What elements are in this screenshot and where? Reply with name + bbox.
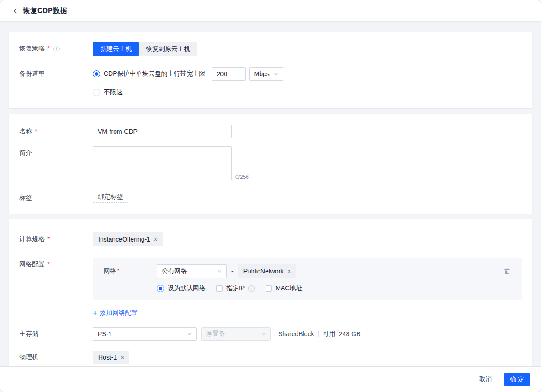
network-tag: PublicNetwork ×	[238, 264, 297, 278]
required-mark: *	[47, 45, 50, 52]
primary-storage-label-text: 主存储	[19, 330, 38, 338]
info-icon[interactable]	[53, 46, 60, 52]
primary-storage-row: 主存储 PS-1 厚置备 SharedBlock | 可用	[19, 327, 522, 341]
info-icon[interactable]	[248, 285, 255, 292]
mac-label: MAC地址	[275, 284, 302, 292]
divider: |	[317, 330, 319, 337]
primary-storage-value: PS-1	[98, 330, 112, 337]
network-label-text: 网络	[104, 267, 116, 274]
tag-row: 标签 绑定标签	[19, 191, 522, 203]
mac-option: MAC地址	[266, 284, 302, 292]
network-main: 公有网络 - PublicNetwork ×	[157, 264, 511, 292]
back-button[interactable]	[11, 7, 19, 15]
offering-tag-label: InstanceOffering-1	[98, 236, 150, 243]
rate-row: 备份速率 CDP保护中单块云盘的上行带宽上限 Mbps 不限速	[19, 67, 522, 96]
delete-network-button[interactable]	[504, 268, 511, 275]
rate-value-input[interactable]	[212, 67, 246, 81]
mac-checkbox[interactable]	[266, 285, 272, 292]
offering-tag: InstanceOffering-1 ×	[93, 232, 163, 246]
required-mark: *	[35, 128, 37, 135]
bind-tag-button[interactable]: 绑定标签	[93, 191, 128, 203]
strategy-options: 新建云主机 恢复到原云主机	[93, 42, 522, 56]
available-label: 可用	[323, 330, 335, 338]
strategy-toggle-group: 新建云主机 恢复到原云主机	[93, 42, 197, 56]
description-label-text: 简介	[19, 149, 32, 157]
rate-limit-label: CDP保护中单块云盘的上行带宽上限	[104, 70, 206, 78]
primary-storage-ctrl: PS-1 厚置备 SharedBlock | 可用 248 GB	[93, 327, 522, 341]
primary-storage-select[interactable]: PS-1	[93, 327, 197, 341]
network-panel: 网络* 公有网络 - PublicNetwork	[93, 258, 522, 300]
plus-icon: +	[93, 309, 97, 317]
compute-card: 计算规格* InstanceOffering-1 × 网络配置* 网络*	[9, 219, 532, 366]
specify-ip-label: 指定IP	[226, 284, 245, 292]
rate-unit-value: Mbps	[254, 70, 270, 77]
network-type-select[interactable]: 公有网络	[157, 264, 227, 278]
strategy-label: 恢复策略*	[19, 42, 93, 56]
host-tag-label: Host-1	[98, 354, 117, 361]
description-textarea[interactable]	[93, 146, 232, 180]
rate-label-text: 备份速率	[19, 70, 45, 78]
strategy-row: 恢复策略* 新建云主机 恢复到原云主机	[19, 42, 522, 56]
tag-label: 标签	[19, 191, 93, 203]
available-value: 248 GB	[339, 330, 360, 337]
offering-label: 计算规格*	[19, 232, 93, 246]
toggle-new-vm[interactable]: 新建云主机	[93, 42, 139, 56]
chevron-down-icon	[187, 332, 192, 336]
name-label: 名称*	[19, 125, 93, 138]
network-config-label-text: 网络配置	[19, 260, 45, 269]
page-title: 恢复CDP数据	[23, 6, 67, 16]
offering-ctrl: InstanceOffering-1 ×	[93, 232, 522, 246]
rate-options: CDP保护中单块云盘的上行带宽上限 Mbps 不限速	[93, 67, 522, 96]
add-network-link[interactable]: + 添加网络配置	[93, 309, 138, 317]
add-network-label: 添加网络配置	[100, 309, 138, 317]
remove-icon[interactable]: ×	[120, 354, 124, 360]
rate-limit-option: CDP保护中单块云盘的上行带宽上限 Mbps	[93, 67, 522, 81]
rate-unlimited-label: 不限速	[104, 88, 123, 96]
dialog-footer: 取消 确 定	[0, 366, 541, 392]
provision-type-value: 厚置备	[206, 330, 225, 338]
network-config-row: 网络配置* 网络* 公有网络 -	[19, 258, 522, 317]
tag-ctrl: 绑定标签	[93, 191, 522, 203]
confirm-button[interactable]: 确 定	[504, 373, 530, 386]
network-select-row: 公有网络 - PublicNetwork ×	[157, 264, 511, 278]
host-tag: Host-1 ×	[93, 351, 129, 364]
rate-unlimited-radio[interactable]	[93, 89, 100, 96]
rate-limit-radio[interactable]	[93, 70, 100, 77]
name-row: 名称*	[19, 125, 522, 138]
specify-ip-checkbox[interactable]	[216, 285, 223, 292]
strategy-card: 恢复策略* 新建云主机 恢复到原云主机 备份速率 CDP保	[9, 32, 532, 108]
default-network-radio[interactable]	[157, 285, 164, 292]
required-mark: *	[47, 260, 50, 268]
description-row: 简介 0/256	[19, 146, 522, 180]
name-input[interactable]	[93, 125, 232, 138]
rate-unlimited-option: 不限速	[93, 88, 522, 96]
remove-icon[interactable]: ×	[154, 236, 157, 242]
cancel-button[interactable]: 取消	[479, 375, 492, 383]
required-mark: *	[47, 235, 50, 242]
network-tag-label: PublicNetwork	[243, 268, 284, 275]
host-label: 物理机	[19, 353, 93, 361]
chevron-down-icon	[261, 332, 266, 336]
rate-unit-select[interactable]: Mbps	[249, 67, 283, 81]
specify-ip-option: 指定IP	[216, 284, 255, 292]
network-type-value: 公有网络	[162, 267, 187, 275]
rate-label: 备份速率	[19, 67, 93, 96]
remove-icon[interactable]: ×	[287, 268, 291, 274]
page-header: 恢复CDP数据	[0, 0, 541, 21]
default-network-option: 设为默认网络	[157, 284, 206, 292]
provision-type-select: 厚置备	[201, 327, 271, 341]
description-ctrl: 0/256	[93, 146, 522, 180]
network-config-label: 网络配置*	[19, 258, 93, 317]
network-label: 网络*	[104, 264, 157, 292]
required-mark: *	[117, 267, 119, 274]
name-label-text: 名称	[19, 128, 32, 136]
restore-cdp-dialog: 恢复CDP数据 恢复策略* 新建云主机 恢复到原云主机 备份速率	[0, 0, 541, 392]
host-ctrl: Host-1 ×	[93, 351, 522, 364]
toggle-restore-original-vm[interactable]: 恢复到原云主机	[139, 42, 197, 56]
primary-storage-label: 主存储	[19, 330, 93, 338]
storage-info: SharedBlock | 可用 248 GB	[278, 330, 361, 338]
dash-separator: -	[231, 268, 234, 275]
storage-type: SharedBlock	[278, 330, 314, 337]
network-options-row: 设为默认网络 指定IP MAC地址	[157, 284, 511, 292]
tag-label-text: 标签	[19, 194, 32, 202]
